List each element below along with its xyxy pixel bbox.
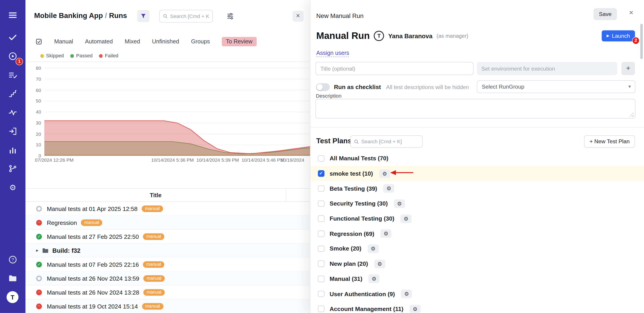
test-plan-row[interactable]: Smoke (20)⚙ <box>310 241 644 256</box>
plan-settings-gear-icon[interactable]: ⚙ <box>374 260 385 268</box>
run-group-row[interactable]: ▸Build: f32 <box>26 244 310 257</box>
test-plans-search-input[interactable] <box>361 139 419 145</box>
save-button[interactable]: Save <box>594 8 617 20</box>
steps-icon[interactable] <box>8 89 17 98</box>
add-environment-button[interactable]: + <box>622 62 635 75</box>
tab-mixed[interactable]: Mixed <box>125 38 140 45</box>
analytics-bars-icon[interactable] <box>8 146 17 155</box>
plan-settings-gear-icon[interactable]: ⚙ <box>383 184 394 193</box>
panel-close-button[interactable]: × <box>292 10 304 21</box>
run-row[interactable]: Manual tests at 26 Nov 2024 13:59manual <box>26 271 310 285</box>
test-plan-checkbox[interactable] <box>318 246 324 252</box>
drawer-close-icon[interactable]: × <box>629 9 633 16</box>
assign-users-link[interactable]: Assign users <box>316 50 349 57</box>
test-plan-checkbox[interactable] <box>318 261 324 267</box>
plan-settings-gear-icon[interactable]: ⚙ <box>380 229 392 238</box>
tests-check-icon[interactable] <box>8 33 17 42</box>
menu-icon[interactable] <box>8 10 17 19</box>
select-all-icon[interactable] <box>35 38 42 45</box>
run-as-checklist-toggle[interactable] <box>316 83 330 91</box>
test-plan-label[interactable]: Manual (31) <box>330 276 362 282</box>
expand-caret-icon[interactable]: ▸ <box>36 248 38 253</box>
test-plan-checkbox[interactable] <box>318 155 324 162</box>
sign-in-icon[interactable] <box>8 127 17 136</box>
test-plan-row[interactable]: User Authentication (9)⚙ <box>310 286 644 301</box>
test-plan-row[interactable]: Functional Testing (30)⚙ <box>310 211 644 226</box>
runs-search[interactable] <box>160 10 213 23</box>
run-title[interactable]: Manual tests at 26 Nov 2024 13:28 <box>47 289 139 296</box>
rungroup-select[interactable]: Select RunGroup ▾ <box>477 81 636 93</box>
plan-settings-gear-icon[interactable]: ⚙ <box>400 214 412 223</box>
environment-input[interactable] <box>477 62 618 75</box>
test-plan-label[interactable]: New plan (20) <box>330 261 368 267</box>
breadcrumb-page[interactable]: Runs <box>109 11 127 19</box>
projects-folder-icon[interactable] <box>8 274 17 283</box>
plan-settings-gear-icon[interactable]: ⚙ <box>401 290 412 298</box>
test-plan-label[interactable]: Account Management (11) <box>330 306 404 312</box>
test-plan-row[interactable]: Beta Testing (39)⚙ <box>310 181 644 196</box>
title-column-header[interactable]: Title <box>26 189 286 202</box>
test-plan-checkbox[interactable] <box>318 185 324 192</box>
test-plan-label[interactable]: User Authentication (9) <box>330 291 395 297</box>
test-plan-label[interactable]: Smoke (20) <box>330 246 362 252</box>
run-title[interactable]: Regression <box>47 219 77 226</box>
tab-to-review[interactable]: To Review <box>222 37 256 46</box>
new-test-plan-button[interactable]: + New Test Plan <box>584 135 635 148</box>
test-plan-label[interactable]: Functional Testing (30) <box>330 215 394 222</box>
test-plan-row[interactable]: ✓smoke test (10)⚙ <box>310 166 644 181</box>
description-textarea[interactable] <box>316 99 636 119</box>
run-title[interactable]: Manual tests at 26 Nov 2024 13:59 <box>47 275 139 282</box>
plan-settings-gear-icon[interactable]: ⚙ <box>368 244 378 253</box>
test-plan-label[interactable]: Beta Testing (39) <box>330 185 377 192</box>
test-plan-row[interactable]: Account Management (11)⚙ <box>310 301 644 313</box>
run-row[interactable]: −Regressionmanual <box>26 216 310 230</box>
run-title-input[interactable] <box>316 62 474 75</box>
pulse-icon[interactable] <box>8 108 17 117</box>
scrollbar-thumb[interactable] <box>640 24 643 59</box>
help-icon[interactable]: ? <box>8 255 17 264</box>
manager-avatar[interactable]: T <box>374 31 384 41</box>
breadcrumb-project[interactable]: Mobile Banking App <box>34 11 103 19</box>
run-row[interactable]: Manual tests at 01 Apr 2025 12:58manual <box>26 202 310 216</box>
settings-gear-icon[interactable]: ⚙ <box>8 183 17 192</box>
run-title[interactable]: Manual tests at 19 Oct 2024 15:14 <box>47 303 138 310</box>
runs-play-icon[interactable] <box>8 52 17 61</box>
run-tasks-icon[interactable] <box>8 71 17 80</box>
plan-settings-gear-icon[interactable]: ⚙ <box>410 305 421 313</box>
test-plan-checkbox[interactable] <box>318 215 324 222</box>
filter-button[interactable] <box>137 10 150 22</box>
git-branch-icon[interactable] <box>8 164 17 173</box>
test-plan-label[interactable]: smoke test (10) <box>330 170 373 177</box>
test-plan-checkbox[interactable] <box>318 276 324 282</box>
test-plan-row[interactable]: All Manual Tests (70) <box>310 151 644 166</box>
test-plan-label[interactable]: Security Testing (30) <box>330 200 388 207</box>
run-title[interactable]: Manual tests at 07 Feb 2025 22:16 <box>47 261 139 268</box>
tab-manual[interactable]: Manual <box>54 38 73 45</box>
run-row[interactable]: ✓Manual tests at 27 Feb 2025 22:50manual <box>26 230 310 244</box>
test-plan-label[interactable]: Regression (69) <box>330 230 374 237</box>
tab-groups[interactable]: Groups <box>191 38 210 45</box>
test-plan-checkbox[interactable]: ✓ <box>318 170 324 176</box>
test-plan-checkbox[interactable] <box>318 291 324 297</box>
plan-settings-gear-icon[interactable]: ⚙ <box>368 275 380 283</box>
group-title[interactable]: Build: f32 <box>52 247 80 254</box>
run-title[interactable]: Manual tests at 27 Feb 2025 22:50 <box>47 233 139 240</box>
test-plan-checkbox[interactable] <box>318 200 324 207</box>
test-plan-label[interactable]: All Manual Tests (70) <box>330 155 388 162</box>
test-plans-search[interactable] <box>350 135 423 148</box>
test-plan-row[interactable]: Security Testing (30)⚙ <box>310 196 644 211</box>
runs-search-input[interactable] <box>170 13 209 19</box>
test-plan-row[interactable]: Regression (69)⚙ <box>310 226 644 241</box>
launch-button[interactable]: ▶ Launch <box>602 30 635 41</box>
run-row[interactable]: ✓Manual tests at 07 Feb 2025 22:16manual <box>26 257 310 271</box>
tab-automated[interactable]: Automated <box>85 38 113 45</box>
plan-settings-gear-icon[interactable]: ⚙ <box>394 199 405 208</box>
run-row[interactable]: −Manual tests at 19 Oct 2024 15:14manual <box>26 300 310 313</box>
run-row[interactable]: −Manual tests at 26 Nov 2024 13:28manual <box>26 286 310 300</box>
tab-unfinished[interactable]: Unfinished <box>152 38 179 45</box>
run-title[interactable]: Manual tests at 01 Apr 2025 12:58 <box>47 205 138 212</box>
test-plan-row[interactable]: Manual (31)⚙ <box>310 271 644 287</box>
filter-settings-icon[interactable] <box>226 12 234 20</box>
test-plan-checkbox[interactable] <box>318 230 324 237</box>
test-plan-row[interactable]: New plan (20)⚙ <box>310 256 644 271</box>
